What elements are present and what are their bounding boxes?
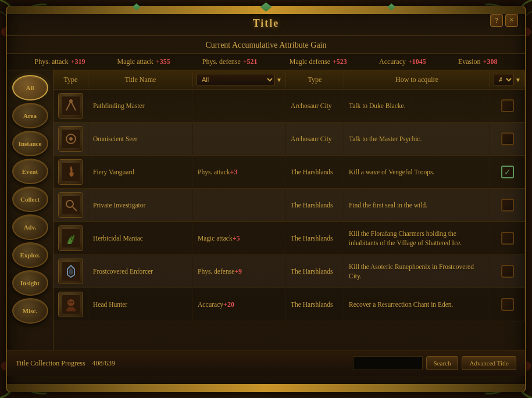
table-row: Head Hunter Accuracy +20 The Harshlands … xyxy=(53,288,525,321)
stat-accuracy-label: Accuracy xyxy=(379,58,406,66)
title-icon-6 xyxy=(58,259,83,284)
close-button[interactable]: × xyxy=(505,14,518,27)
sidebar-item-explor[interactable]: Explor. xyxy=(12,242,48,268)
th-how-to-acquire: How to acquire xyxy=(344,73,490,87)
sidebar-item-misc[interactable]: Misc. xyxy=(12,298,48,324)
checkbox-1[interactable] xyxy=(501,99,514,112)
td-icon-1 xyxy=(53,89,88,122)
stat-magic-attack: Magic attack +355 xyxy=(117,58,170,66)
checkbox-6[interactable] xyxy=(501,265,514,278)
td-title-6: Frostcovered Enforcer xyxy=(88,255,193,288)
td-attr-1 xyxy=(193,89,286,122)
td-check-3: ✓ xyxy=(490,156,525,188)
th-type2: Type xyxy=(286,73,344,87)
th-all-filter[interactable]: All ▼ xyxy=(193,73,286,87)
sidebar-item-all[interactable]: All xyxy=(12,75,48,101)
td-title-1: Pathfinding Master xyxy=(88,89,193,122)
td-acquire-2: Talk to the Master Psychic. xyxy=(344,123,490,155)
svg-rect-6 xyxy=(62,96,80,115)
stat-magic-defense-label: Magic defense xyxy=(290,58,330,66)
td-title-4: Private Investigator xyxy=(88,189,193,221)
progress-value: 408/639 xyxy=(92,359,115,367)
sidebar-item-area[interactable]: Area xyxy=(12,103,48,128)
td-attr-3: Phys. attack +3 xyxy=(193,156,286,188)
title-name-1: Pathfinding Master xyxy=(93,101,144,110)
stat-phys-defense-value: +521 xyxy=(243,58,258,66)
stat-accuracy: Accuracy +1045 xyxy=(379,58,426,66)
td-acquire-5: Kill the Florafang Charmers holding the … xyxy=(344,222,490,254)
stat-accuracy-value: +1045 xyxy=(408,58,426,66)
stat-magic-attack-label: Magic attack xyxy=(117,58,153,66)
sidebar-item-instance[interactable]: Instance xyxy=(12,131,48,156)
td-attr-2 xyxy=(193,123,286,155)
stat-phys-defense: Phys. defense +521 xyxy=(202,58,258,66)
td-check-1 xyxy=(490,89,525,122)
stat-phys-attack-value: +319 xyxy=(71,58,85,66)
table-row: Frostcovered Enforcer Phys. defense +9 T… xyxy=(53,255,525,288)
td-acquire-4: Find the first seal in the wild. xyxy=(344,189,490,221)
checkbox-5[interactable] xyxy=(501,232,514,245)
td-icon-7 xyxy=(53,288,88,321)
stat-evasion-label: Evasion xyxy=(458,58,481,66)
td-acquire-1: Talk to Duke Blacke. xyxy=(344,89,490,122)
stat-evasion: Evasion +308 xyxy=(458,58,498,66)
title-icon-1 xyxy=(58,93,83,119)
svg-point-21 xyxy=(69,302,70,303)
checkbox-2[interactable] xyxy=(501,132,514,145)
td-check-4 xyxy=(490,189,525,221)
advanced-title-button[interactable]: Advanced Title xyxy=(462,356,516,370)
all-filter2-dropdown[interactable]: All xyxy=(494,74,514,85)
td-check-5 xyxy=(490,222,525,254)
td-title-7: Head Hunter xyxy=(88,288,193,321)
td-title-5: Herbicidal Maniac xyxy=(88,222,193,254)
title-name-7: Head Hunter xyxy=(93,300,127,309)
th-all-filter2[interactable]: All ▼ xyxy=(490,73,525,87)
sidebar-item-event[interactable]: Event xyxy=(12,159,48,184)
th-type: Type xyxy=(53,73,88,87)
help-button[interactable]: ? xyxy=(490,14,503,27)
sidebar-item-adv[interactable]: Adv. xyxy=(12,214,48,240)
footer-right: Search Advanced Title xyxy=(353,356,516,370)
table-row: Herbicidal Maniac Magic attack +5 The Ha… xyxy=(53,222,525,255)
checkbox-3[interactable]: ✓ xyxy=(501,166,514,178)
stat-magic-defense-value: +523 xyxy=(333,58,347,66)
td-check-6 xyxy=(490,255,525,288)
title-name-3: Fiery Vanguard xyxy=(93,167,134,177)
svg-point-10 xyxy=(69,137,73,141)
all-filter-dropdown[interactable]: All xyxy=(197,74,275,85)
footer: Title Collection Progress 408/639 Search… xyxy=(7,350,525,376)
title-name-2: Omniscient Seer xyxy=(93,134,137,144)
title-name-4: Private Investigator xyxy=(93,200,145,210)
stats-bar: Phys. attack +319 Magic attack +355 Phys… xyxy=(7,54,525,70)
check-mark-icon: ✓ xyxy=(504,167,511,177)
td-check-7 xyxy=(490,288,525,321)
td-attr-6: Phys. defense +9 xyxy=(193,255,286,288)
title-icon-7 xyxy=(58,292,83,317)
search-input[interactable] xyxy=(353,356,423,370)
td-icon-4 xyxy=(53,189,88,221)
search-button[interactable]: Search xyxy=(426,356,459,370)
left-sidebar: All Area Instance Event Collect Adv. Exp… xyxy=(7,70,53,350)
td-icon-5 xyxy=(53,222,88,254)
td-attr-7: Accuracy +20 xyxy=(193,288,286,321)
td-acquire-6: Kill the Asoteric Runephoenix in Frostco… xyxy=(344,255,490,288)
stat-phys-attack: Phys. attack +319 xyxy=(35,58,85,66)
stat-magic-defense: Magic defense +523 xyxy=(290,58,347,66)
window-title: Title xyxy=(253,17,280,29)
subtitle: Current Accumulative Attribute Gain xyxy=(7,36,525,54)
table-row: Fiery Vanguard Phys. attack +3 The Harsh… xyxy=(53,156,525,189)
checkbox-4[interactable] xyxy=(501,199,514,211)
checkbox-7[interactable] xyxy=(501,298,514,311)
td-acquire-7: Recover a Resurrection Chant in Eden. xyxy=(344,288,490,321)
td-title-3: Fiery Vanguard xyxy=(88,156,193,188)
content-area: All Area Instance Event Collect Adv. Exp… xyxy=(7,70,525,350)
sidebar-item-collect[interactable]: Collect xyxy=(12,187,48,212)
table-body: Pathfinding Master Archosaur City Talk t… xyxy=(53,89,525,350)
td-icon-2 xyxy=(53,123,88,155)
title-icon-4 xyxy=(58,192,83,218)
td-attr-5: Magic attack +5 xyxy=(193,222,286,254)
title-icon-3 xyxy=(58,159,83,185)
progress-text: Title Collection Progress 408/639 xyxy=(16,359,115,368)
sidebar-item-insight[interactable]: Insight xyxy=(12,270,48,296)
svg-point-7 xyxy=(69,99,73,103)
